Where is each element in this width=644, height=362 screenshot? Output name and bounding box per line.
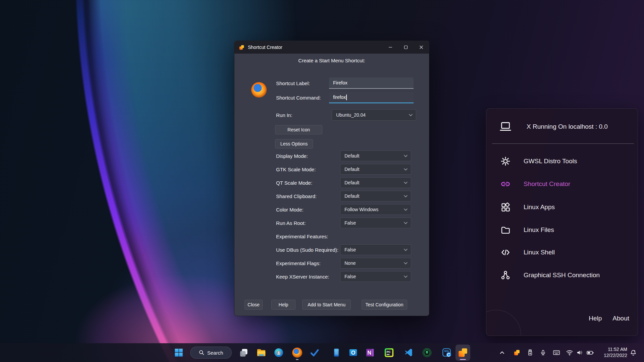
svg-text:WSL: WSL <box>444 350 450 352</box>
wifi-button[interactable] <box>565 346 575 359</box>
edge-browser-button[interactable] <box>272 346 285 359</box>
chevron-down-icon <box>404 182 408 184</box>
laptop-icon <box>499 122 512 132</box>
option-row-color-mode: Color Mode: Follow Windows <box>234 204 429 215</box>
qt-scale-mode-select[interactable]: Default <box>340 177 411 188</box>
battery-icon <box>586 349 594 356</box>
option-label: GTK Scale Mode: <box>276 164 316 175</box>
svg-text:PC: PC <box>387 350 391 354</box>
option-label: Use DBus (Sudo Required): <box>276 244 338 255</box>
shortcut-command-input[interactable]: firefox <box>329 92 414 103</box>
pycharm-button[interactable]: PC <box>382 346 396 359</box>
panel-watermark <box>486 310 521 336</box>
run-in-label: Run In: <box>276 109 292 121</box>
run-as-root-select[interactable]: False <box>340 218 411 228</box>
onenote-icon: N <box>365 348 375 358</box>
run-in-select[interactable]: Ubuntu_20.04 <box>332 109 416 121</box>
wsl-icon: WSL <box>442 348 452 358</box>
desktop: Shortcut Creator Create a Start Menu Sho… <box>0 0 644 362</box>
option-label: Color Mode: <box>276 204 304 215</box>
wsl-utility-button[interactable]: WSL <box>440 346 453 359</box>
panel-item-graphical-ssh[interactable]: Graphical SSH Connection <box>500 268 631 282</box>
panel-divider <box>492 143 634 144</box>
option-row-run-as-root: Run As Root: False <box>234 218 429 228</box>
close-button[interactable] <box>414 41 429 54</box>
panel-item-shortcut-creator[interactable]: Shortcut Creator <box>500 177 631 191</box>
gwsl-app-icon <box>239 45 245 50</box>
panel-about-link[interactable]: About <box>612 315 629 322</box>
option-label: Shared Clipboard: <box>276 191 317 201</box>
taskbar-clock[interactable]: 11:52 AM 12/22/2022 <box>596 347 627 358</box>
gwsl-taskbar-button[interactable] <box>455 345 470 361</box>
start-button[interactable] <box>172 346 185 359</box>
touch-keyboard-button[interactable] <box>551 346 561 359</box>
experimental-flags-select[interactable]: None <box>340 258 411 268</box>
add-to-start-menu-button[interactable]: Add to Start Menu <box>302 300 351 310</box>
window-titlebar[interactable]: Shortcut Creator <box>234 41 429 54</box>
green-ring-app-button[interactable] <box>420 346 434 359</box>
chevron-down-icon <box>404 195 408 197</box>
wifi-icon <box>566 349 573 356</box>
panel-item-linux-shell[interactable]: Linux Shell <box>500 245 631 259</box>
todo-app-button[interactable] <box>308 346 321 359</box>
firefox-button[interactable] <box>290 346 304 359</box>
shortcut-creator-window: Shortcut Creator Create a Start Menu Sho… <box>234 41 429 316</box>
task-view-button[interactable] <box>237 346 251 359</box>
vscode-icon <box>404 348 413 357</box>
check-icon <box>310 348 319 357</box>
panel-item-linux-apps[interactable]: Linux Apps <box>500 200 631 214</box>
hidden-icons-button[interactable] <box>497 346 507 359</box>
option-row-gtk-scale: GTK Scale Mode: Default <box>234 164 429 175</box>
help-button[interactable]: Help <box>271 300 296 310</box>
taskbar: Search <box>0 343 644 362</box>
panel-item-label: Shortcut Creator <box>524 180 570 188</box>
reset-icon-button[interactable]: Reset Icon <box>275 125 322 134</box>
chevron-up-icon <box>499 350 505 355</box>
minimize-button[interactable] <box>383 41 398 54</box>
color-mode-select[interactable]: Follow Windows <box>340 204 411 215</box>
x-server-status: X Running On localhost : 0.0 <box>499 120 608 134</box>
panel-item-label: Graphical SSH Connection <box>524 272 600 279</box>
chevron-down-icon <box>404 222 408 224</box>
shortcut-label-input[interactable]: Firefox <box>329 77 414 89</box>
task-view-icon <box>239 348 249 357</box>
display-mode-select[interactable]: Default <box>340 150 411 161</box>
notification-center-button[interactable]: z <box>628 346 639 359</box>
svg-text:O: O <box>351 350 356 356</box>
gwsl-tray-button[interactable] <box>512 346 522 359</box>
shortcut-command-label: Shortcut Command: <box>276 92 321 103</box>
bell-dnd-icon: z <box>630 349 637 356</box>
window-title: Shortcut Creator <box>248 45 282 50</box>
volume-icon <box>576 349 583 356</box>
keep-xserver-select[interactable]: False <box>340 271 411 282</box>
test-configuration-button[interactable]: Test Configuration <box>362 300 407 310</box>
usb-eject-button[interactable] <box>525 346 535 359</box>
panel-help-link[interactable]: Help <box>589 315 602 322</box>
panel-item-gwsl-distro-tools[interactable]: GWSL Distro Tools <box>500 154 631 168</box>
chevron-down-icon <box>404 249 408 251</box>
vscode-button[interactable] <box>402 346 415 359</box>
firefox-icon <box>292 348 302 358</box>
phone-link-button[interactable] <box>330 346 343 359</box>
maximize-button[interactable] <box>398 41 414 54</box>
option-label: Experimental Flags: <box>276 258 321 268</box>
maximize-icon <box>404 45 408 49</box>
use-dbus-select[interactable]: False <box>340 244 411 255</box>
close-dialog-button[interactable]: Close <box>245 300 263 310</box>
volume-button[interactable] <box>575 346 585 359</box>
clock-date: 12/22/2022 <box>596 353 627 359</box>
gtk-scale-mode-select[interactable]: Default <box>340 164 411 175</box>
onenote-button[interactable]: N <box>363 346 377 359</box>
outlook-button[interactable]: O <box>346 346 360 359</box>
microphone-icon <box>540 349 546 356</box>
file-explorer-button[interactable] <box>255 346 268 359</box>
link-icon <box>500 178 511 190</box>
shared-clipboard-select[interactable]: Default <box>340 191 411 201</box>
chevron-down-icon <box>404 262 408 264</box>
microphone-button[interactable] <box>538 346 548 359</box>
taskbar-search[interactable]: Search <box>190 347 232 359</box>
green-ring-app-icon <box>422 348 432 358</box>
less-options-button[interactable]: Less Options <box>275 139 313 148</box>
battery-button[interactable] <box>585 346 595 359</box>
panel-item-linux-files[interactable]: Linux Files <box>500 223 631 237</box>
